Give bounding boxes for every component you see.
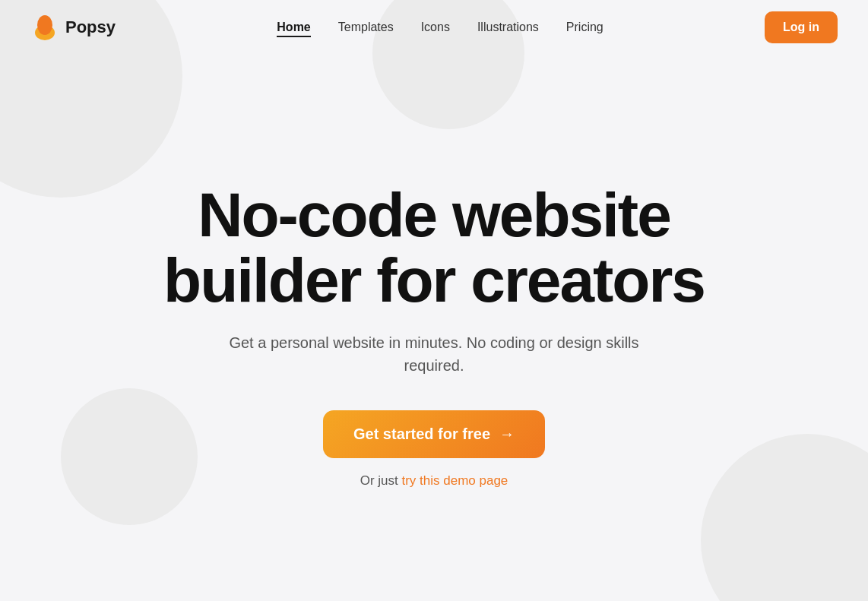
cta-arrow-icon: → <box>499 425 515 443</box>
hero-section: No-code website builder for creators Get… <box>0 55 868 601</box>
demo-link[interactable]: try this demo page <box>401 473 508 488</box>
logo-icon <box>30 13 59 42</box>
hero-subtitle: Get a personal website in minutes. No co… <box>221 331 647 377</box>
nav-home[interactable]: Home <box>277 21 310 34</box>
logo-text: Popsy <box>65 17 116 37</box>
svg-point-1 <box>37 15 52 35</box>
nav-pricing[interactable]: Pricing <box>566 21 603 34</box>
nav-templates[interactable]: Templates <box>338 21 394 34</box>
navbar: Popsy Home Templates Icons Illustrations… <box>0 0 868 55</box>
cta-label: Get started for free <box>353 425 490 443</box>
hero-title: No-code website builder for creators <box>138 182 730 313</box>
nav-links: Home Templates Icons Illustrations Prici… <box>277 21 603 34</box>
logo-link[interactable]: Popsy <box>30 13 116 42</box>
login-button[interactable]: Log in <box>765 11 838 43</box>
cta-button[interactable]: Get started for free → <box>323 410 545 458</box>
demo-prefix: Or just <box>360 473 402 488</box>
nav-illustrations[interactable]: Illustrations <box>477 21 539 34</box>
demo-text: Or just try this demo page <box>360 473 508 489</box>
nav-icons[interactable]: Icons <box>421 21 450 34</box>
